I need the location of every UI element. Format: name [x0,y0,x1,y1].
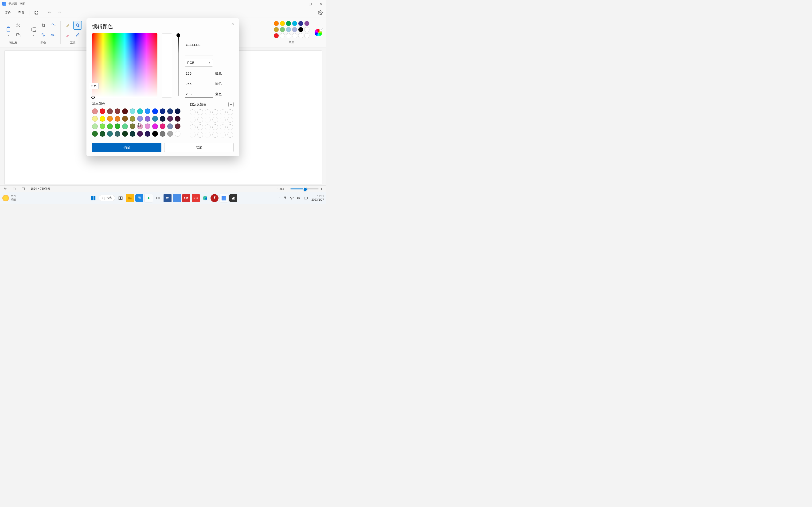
spectrum-handle[interactable] [91,96,95,99]
red-label: 红色 [215,71,222,75]
basic-color-swatch[interactable] [152,108,158,114]
basic-color-swatch[interactable] [160,123,165,129]
custom-color-slot[interactable] [197,124,203,130]
ok-button[interactable]: 确定 [92,143,161,152]
basic-color-swatch[interactable] [115,123,120,129]
color-mode-select[interactable]: RGB ▾ [185,59,213,67]
basic-color-swatch[interactable] [175,123,181,129]
basic-color-swatch[interactable] [152,123,158,129]
custom-color-slot[interactable] [212,132,218,137]
chevron-down-icon: ▾ [209,61,210,64]
basic-color-swatch[interactable] [115,116,120,122]
blue-input[interactable] [185,91,213,98]
basic-color-swatch[interactable] [167,131,173,136]
custom-color-slot[interactable] [220,132,225,137]
custom-color-slot[interactable] [190,132,196,137]
custom-color-slot[interactable] [212,124,218,130]
basic-color-swatch[interactable] [92,108,98,114]
basic-color-swatch[interactable] [167,116,173,122]
basic-color-swatch[interactable] [175,108,181,114]
value-slider-handle[interactable] [176,33,180,37]
hex-input[interactable] [185,35,213,55]
cancel-button[interactable]: 取消 [164,143,234,152]
color-spectrum[interactable]: 白色 [92,33,157,98]
custom-color-slot[interactable] [205,124,210,130]
custom-color-slot[interactable] [205,117,210,122]
custom-color-slot[interactable] [190,117,196,122]
basic-color-swatch[interactable] [92,123,98,129]
basic-color-swatch[interactable] [100,116,105,122]
color-tooltip: 白色 [89,83,99,89]
add-custom-color-button[interactable]: + [229,102,234,107]
basic-color-swatch[interactable] [167,108,173,114]
basic-color-swatch[interactable] [100,131,105,136]
dialog-close-button[interactable]: ✕ [229,21,236,27]
basic-color-swatch[interactable] [107,131,113,136]
custom-color-slot[interactable] [227,117,233,122]
custom-color-slot[interactable] [212,117,218,122]
basic-color-swatch[interactable] [107,123,113,129]
value-slider[interactable] [176,33,181,98]
basic-color-swatch[interactable] [107,108,113,114]
basic-color-swatch[interactable] [130,116,135,122]
basic-color-swatch[interactable] [122,108,128,114]
basic-colors-grid [92,108,184,137]
basic-color-swatch[interactable] [152,116,158,122]
basic-color-swatch[interactable] [145,123,150,129]
basic-color-swatch[interactable] [145,131,150,136]
basic-color-swatch[interactable] [160,131,165,136]
basic-color-swatch[interactable] [152,131,158,136]
basic-color-swatch[interactable] [122,116,128,122]
custom-color-slot[interactable] [220,124,225,130]
custom-color-slot[interactable] [197,109,203,115]
custom-color-slot[interactable] [220,117,225,122]
custom-color-slot[interactable] [197,132,203,137]
basic-color-swatch[interactable] [145,108,150,114]
custom-color-slot[interactable] [190,109,196,115]
edit-colors-dialog: ✕ 编辑颜色 白色 RGB ▾ 红色 [87,18,239,156]
basic-color-swatch[interactable] [115,108,120,114]
custom-color-slot[interactable] [227,109,233,115]
basic-color-swatch[interactable] [137,123,143,129]
custom-color-slot[interactable] [227,124,233,130]
blue-label: 蓝色 [215,92,222,96]
dialog-overlay: ✕ 编辑颜色 白色 RGB ▾ 红色 [0,0,326,204]
basic-color-swatch[interactable] [137,131,143,136]
custom-colors-grid [190,109,234,138]
green-label: 绿色 [215,82,222,86]
basic-colors-label: 基本颜色 [92,102,184,106]
basic-color-swatch[interactable] [175,116,181,122]
custom-color-slot[interactable] [220,109,225,115]
basic-color-swatch[interactable] [92,131,98,136]
dialog-title: 编辑颜色 [92,23,234,30]
basic-color-swatch[interactable] [122,123,128,129]
red-input[interactable] [185,70,213,77]
custom-color-slot[interactable] [212,109,218,115]
basic-color-swatch[interactable] [145,116,150,122]
color-preview [162,33,172,98]
basic-color-swatch[interactable] [130,108,135,114]
basic-color-swatch[interactable] [115,131,120,136]
custom-color-slot[interactable] [197,117,203,122]
custom-color-slot[interactable] [205,109,210,115]
basic-color-swatch[interactable] [167,123,173,129]
custom-color-slot[interactable] [205,132,210,137]
basic-color-swatch[interactable] [92,116,98,122]
basic-color-swatch[interactable] [100,108,105,114]
basic-color-swatch[interactable] [175,131,181,136]
custom-color-slot[interactable] [190,124,196,130]
custom-color-slot[interactable] [227,132,233,137]
basic-color-swatch[interactable] [122,131,128,136]
mode-value: RGB [187,61,194,64]
basic-color-swatch[interactable] [137,108,143,114]
basic-color-swatch[interactable] [160,116,165,122]
custom-colors-label: 自定义颜色 [190,102,206,107]
basic-color-swatch[interactable] [130,131,135,136]
basic-color-swatch[interactable] [100,123,105,129]
basic-color-swatch[interactable] [137,116,143,122]
green-input[interactable] [185,80,213,87]
basic-color-swatch[interactable] [130,123,135,129]
basic-color-swatch[interactable] [107,116,113,122]
basic-color-swatch[interactable] [160,108,165,114]
